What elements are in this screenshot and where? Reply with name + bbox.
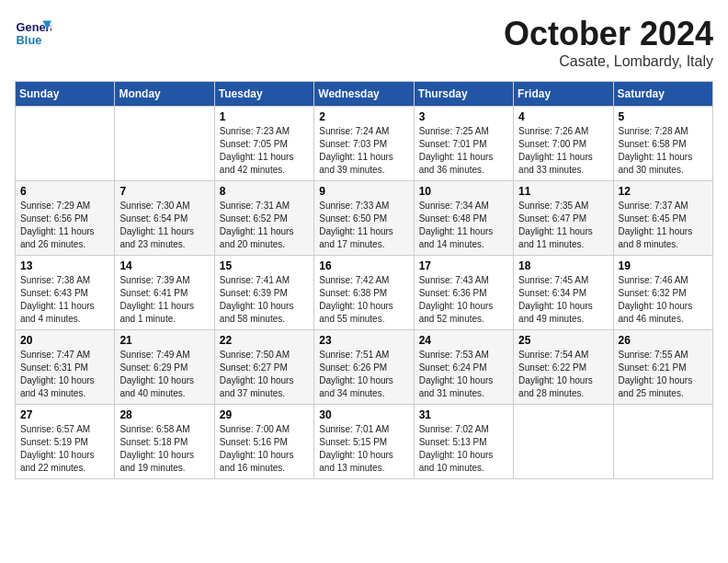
day-info: Sunrise: 7:30 AM Sunset: 6:54 PM Dayligh… (119, 200, 209, 251)
day-number: 28 (119, 408, 209, 421)
day-number: 23 (319, 334, 408, 347)
day-info: Sunrise: 7:41 AM Sunset: 6:39 PM Dayligh… (220, 274, 309, 326)
calendar-cell: 27Sunrise: 6:57 AM Sunset: 5:19 PM Dayli… (16, 405, 115, 479)
day-info: Sunrise: 7:38 AM Sunset: 6:43 PM Dayligh… (20, 274, 109, 326)
weekday-header: Sunday (16, 82, 115, 107)
title-section: October 2024 Casate, Lombardy, Italy (504, 15, 713, 70)
calendar-cell: 18Sunrise: 7:45 AM Sunset: 6:34 PM Dayli… (514, 256, 613, 330)
day-number: 17 (419, 259, 508, 272)
calendar-cell: 21Sunrise: 7:49 AM Sunset: 6:29 PM Dayli… (115, 330, 214, 405)
calendar-cell (16, 107, 115, 181)
day-number: 20 (20, 334, 109, 347)
day-info: Sunrise: 7:49 AM Sunset: 6:29 PM Dayligh… (119, 349, 209, 400)
day-info: Sunrise: 7:39 AM Sunset: 6:41 PM Dayligh… (119, 274, 209, 326)
calendar-cell: 30Sunrise: 7:01 AM Sunset: 5:15 PM Dayli… (314, 405, 414, 479)
calendar: SundayMondayTuesdayWednesdayThursdayFrid… (15, 81, 713, 479)
day-number: 7 (119, 185, 209, 198)
day-info: Sunrise: 7:47 AM Sunset: 6:31 PM Dayligh… (20, 349, 109, 400)
day-number: 11 (518, 185, 608, 198)
day-number: 9 (319, 185, 408, 198)
calendar-cell (613, 405, 712, 479)
calendar-cell: 5Sunrise: 7:28 AM Sunset: 6:58 PM Daylig… (613, 107, 712, 181)
day-number: 26 (619, 334, 708, 347)
day-number: 3 (419, 110, 508, 123)
day-number: 5 (619, 110, 708, 123)
calendar-week-row: 27Sunrise: 6:57 AM Sunset: 5:19 PM Dayli… (16, 405, 713, 479)
weekday-header: Monday (115, 82, 214, 107)
weekday-header: Saturday (613, 82, 712, 107)
day-number: 16 (319, 259, 408, 272)
day-number: 27 (20, 408, 109, 421)
month-title: October 2024 (504, 15, 713, 53)
day-number: 10 (419, 185, 508, 198)
day-info: Sunrise: 7:24 AM Sunset: 7:03 PM Dayligh… (319, 125, 408, 177)
day-info: Sunrise: 7:51 AM Sunset: 6:26 PM Dayligh… (319, 349, 408, 400)
calendar-cell: 3Sunrise: 7:25 AM Sunset: 7:01 PM Daylig… (414, 107, 513, 181)
day-info: Sunrise: 7:02 AM Sunset: 5:13 PM Dayligh… (419, 423, 508, 475)
calendar-cell: 2Sunrise: 7:24 AM Sunset: 7:03 PM Daylig… (314, 107, 414, 181)
day-info: Sunrise: 7:31 AM Sunset: 6:52 PM Dayligh… (220, 200, 309, 251)
day-number: 30 (319, 408, 408, 421)
calendar-cell: 22Sunrise: 7:50 AM Sunset: 6:27 PM Dayli… (214, 330, 313, 405)
day-info: Sunrise: 7:25 AM Sunset: 7:01 PM Dayligh… (419, 125, 508, 177)
day-info: Sunrise: 7:26 AM Sunset: 7:00 PM Dayligh… (518, 125, 608, 177)
day-number: 8 (220, 185, 309, 198)
calendar-cell: 7Sunrise: 7:30 AM Sunset: 6:54 PM Daylig… (115, 181, 214, 256)
day-number: 21 (119, 334, 209, 347)
day-number: 31 (419, 408, 508, 421)
weekday-header: Tuesday (214, 82, 313, 107)
day-number: 14 (119, 259, 209, 272)
day-number: 19 (619, 259, 708, 272)
day-info: Sunrise: 7:00 AM Sunset: 5:16 PM Dayligh… (220, 423, 309, 475)
calendar-cell: 4Sunrise: 7:26 AM Sunset: 7:00 PM Daylig… (514, 107, 613, 181)
calendar-cell: 26Sunrise: 7:55 AM Sunset: 6:21 PM Dayli… (613, 330, 712, 405)
logo-icon: General Blue (15, 15, 51, 52)
day-number: 13 (20, 259, 109, 272)
calendar-cell: 24Sunrise: 7:53 AM Sunset: 6:24 PM Dayli… (414, 330, 513, 405)
day-info: Sunrise: 7:33 AM Sunset: 6:50 PM Dayligh… (319, 200, 408, 251)
calendar-week-row: 6Sunrise: 7:29 AM Sunset: 6:56 PM Daylig… (16, 181, 713, 256)
day-info: Sunrise: 7:45 AM Sunset: 6:34 PM Dayligh… (518, 274, 608, 326)
day-info: Sunrise: 7:29 AM Sunset: 6:56 PM Dayligh… (20, 200, 109, 251)
calendar-cell (115, 107, 214, 181)
day-info: Sunrise: 7:23 AM Sunset: 7:05 PM Dayligh… (220, 125, 309, 177)
calendar-cell: 10Sunrise: 7:34 AM Sunset: 6:48 PM Dayli… (414, 181, 513, 256)
calendar-cell: 8Sunrise: 7:31 AM Sunset: 6:52 PM Daylig… (214, 181, 313, 256)
day-number: 12 (619, 185, 708, 198)
calendar-week-row: 13Sunrise: 7:38 AM Sunset: 6:43 PM Dayli… (16, 256, 713, 330)
day-number: 25 (518, 334, 608, 347)
day-info: Sunrise: 7:55 AM Sunset: 6:21 PM Dayligh… (619, 349, 708, 400)
day-number: 24 (419, 334, 508, 347)
calendar-cell: 17Sunrise: 7:43 AM Sunset: 6:36 PM Dayli… (414, 256, 513, 330)
day-info: Sunrise: 7:43 AM Sunset: 6:36 PM Dayligh… (419, 274, 508, 326)
weekday-header: Friday (514, 82, 613, 107)
logo: General Blue (15, 15, 51, 52)
day-info: Sunrise: 7:35 AM Sunset: 6:47 PM Dayligh… (518, 200, 608, 251)
calendar-cell: 15Sunrise: 7:41 AM Sunset: 6:39 PM Dayli… (214, 256, 313, 330)
day-info: Sunrise: 6:58 AM Sunset: 5:18 PM Dayligh… (119, 423, 209, 475)
svg-text:Blue: Blue (17, 33, 42, 47)
calendar-cell: 12Sunrise: 7:37 AM Sunset: 6:45 PM Dayli… (613, 181, 712, 256)
day-number: 4 (518, 110, 608, 123)
calendar-cell: 31Sunrise: 7:02 AM Sunset: 5:13 PM Dayli… (414, 405, 513, 479)
day-number: 29 (220, 408, 309, 421)
day-info: Sunrise: 7:46 AM Sunset: 6:32 PM Dayligh… (619, 274, 708, 326)
calendar-cell: 25Sunrise: 7:54 AM Sunset: 6:22 PM Dayli… (514, 330, 613, 405)
calendar-cell: 14Sunrise: 7:39 AM Sunset: 6:41 PM Dayli… (115, 256, 214, 330)
calendar-week-row: 20Sunrise: 7:47 AM Sunset: 6:31 PM Dayli… (16, 330, 713, 405)
calendar-cell: 16Sunrise: 7:42 AM Sunset: 6:38 PM Dayli… (314, 256, 414, 330)
calendar-cell: 13Sunrise: 7:38 AM Sunset: 6:43 PM Dayli… (16, 256, 115, 330)
day-info: Sunrise: 7:54 AM Sunset: 6:22 PM Dayligh… (518, 349, 608, 400)
weekday-header-row: SundayMondayTuesdayWednesdayThursdayFrid… (16, 82, 713, 107)
day-number: 18 (518, 259, 608, 272)
location: Casate, Lombardy, Italy (504, 53, 713, 70)
day-info: Sunrise: 7:28 AM Sunset: 6:58 PM Dayligh… (619, 125, 708, 177)
day-info: Sunrise: 7:34 AM Sunset: 6:48 PM Dayligh… (419, 200, 508, 251)
day-info: Sunrise: 7:37 AM Sunset: 6:45 PM Dayligh… (619, 200, 708, 251)
day-number: 15 (220, 259, 309, 272)
day-number: 6 (20, 185, 109, 198)
calendar-cell: 19Sunrise: 7:46 AM Sunset: 6:32 PM Dayli… (613, 256, 712, 330)
day-info: Sunrise: 6:57 AM Sunset: 5:19 PM Dayligh… (20, 423, 109, 475)
weekday-header: Thursday (414, 82, 513, 107)
calendar-cell: 20Sunrise: 7:47 AM Sunset: 6:31 PM Dayli… (16, 330, 115, 405)
